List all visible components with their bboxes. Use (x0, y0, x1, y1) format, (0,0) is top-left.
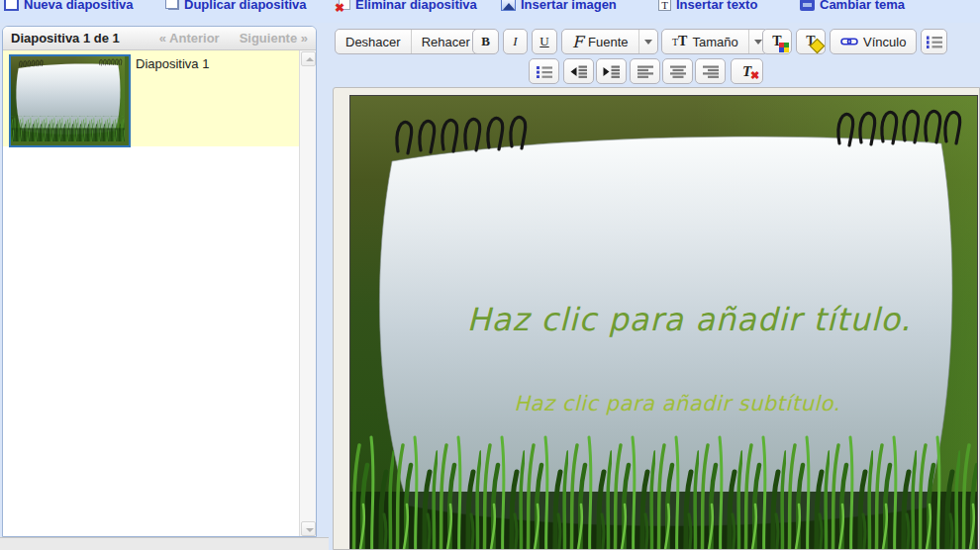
undo-redo-group: Deshacer Rehacer (335, 29, 481, 54)
remove-formatting-button[interactable]: T✖ (731, 58, 763, 84)
link-button-label: Vínculo (863, 35, 906, 49)
slide-subtitle-placeholder[interactable]: Haz clic para añadir subtítulo. (514, 392, 839, 415)
delete-slide-label: Eliminar diapositiva (355, 0, 477, 12)
duplicate-slide-label: Duplicar diapositiva (184, 0, 307, 12)
scroll-up-button[interactable] (301, 51, 316, 66)
caret-down-icon (644, 40, 652, 45)
slide-thumbnail[interactable] (9, 54, 131, 147)
slide-list-panel: Diapositiva 1 de 1 « Anterior Siguiente … (2, 26, 317, 537)
delete-slide-icon: ✖ (339, 0, 350, 10)
slide-title-placeholder[interactable]: Haz clic para añadir título. (466, 301, 911, 338)
align-center-button[interactable] (662, 58, 693, 84)
new-slide-label: Nueva diapositiva (24, 0, 134, 12)
font-dropdown-arrow[interactable] (638, 30, 657, 53)
chevron-up-icon (306, 57, 314, 61)
slide-list: Diapositiva 1 (3, 50, 316, 537)
bottom-strip (0, 537, 329, 550)
slide-list-scrollbar[interactable] (299, 50, 316, 537)
outdent-button[interactable] (563, 58, 594, 84)
align-right-button[interactable] (695, 58, 726, 84)
chevron-down-icon (306, 528, 314, 532)
size-dropdown-label: Tamaño (692, 35, 737, 49)
insert-image-icon (501, 0, 516, 11)
link-button[interactable]: Vínculo (830, 29, 917, 54)
slide-list-header: Diapositiva 1 de 1 « Anterior Siguiente … (3, 27, 316, 50)
numbered-list-button[interactable] (921, 29, 947, 54)
bullet-list-button[interactable] (529, 58, 559, 84)
slide-counter: Diapositiva 1 de 1 (11, 31, 120, 46)
redo-button[interactable]: Rehacer (411, 30, 480, 53)
text-color-button[interactable]: T (762, 29, 792, 54)
new-slide-icon (4, 0, 19, 11)
duplicate-slide-button[interactable]: Duplicar diapositiva (165, 0, 307, 12)
align-left-button[interactable] (630, 58, 660, 84)
insert-text-label: Insertar texto (676, 0, 757, 12)
previous-slide-button[interactable]: « Anterior (159, 31, 220, 46)
caret-down-icon (754, 40, 762, 45)
duplicate-slide-icon (168, 0, 179, 10)
align-center-icon (670, 65, 686, 78)
text-color-icon: T (772, 34, 781, 49)
slide-list-item-label: Diapositiva 1 (136, 56, 209, 71)
size-dropdown[interactable]: TT Tamaño (661, 29, 768, 54)
bold-button[interactable]: B (472, 29, 499, 54)
slide-list-item[interactable]: Diapositiva 1 (3, 50, 299, 146)
slide-canvas: Haz clic para añadir título. Haz clic pa… (333, 87, 980, 550)
new-slide-button[interactable]: Nueva diapositiva (4, 0, 134, 12)
font-dropdown-label: Fuente (588, 35, 628, 49)
outdent-icon (570, 65, 587, 78)
highlight-color-icon: T (806, 34, 815, 49)
bullet-list-icon (537, 65, 552, 78)
undo-button[interactable]: Deshacer (336, 30, 411, 53)
underline-button[interactable]: U (532, 29, 557, 54)
indent-button[interactable] (596, 58, 627, 84)
italic-button[interactable]: I (503, 29, 528, 54)
indent-icon (603, 65, 620, 78)
change-theme-icon (800, 0, 815, 11)
top-toolbar: Nueva diapositiva Duplicar diapositiva ✖… (0, 0, 980, 23)
highlight-color-button[interactable]: T (796, 29, 826, 54)
font-icon: F (572, 33, 583, 51)
font-size-icon: TT (672, 34, 687, 49)
change-theme-label: Cambiar tema (820, 0, 905, 12)
next-slide-button[interactable]: Siguiente » (240, 31, 308, 46)
remove-formatting-icon: T✖ (742, 63, 751, 80)
change-theme-button[interactable]: Cambiar tema (800, 0, 905, 12)
numbered-list-icon (927, 36, 942, 48)
link-icon (840, 37, 858, 46)
align-right-icon (703, 65, 719, 78)
insert-text-button[interactable]: T Insertar texto (658, 0, 757, 12)
scroll-down-button[interactable] (301, 521, 316, 536)
insert-text-icon: T (658, 0, 671, 11)
delete-slide-button[interactable]: ✖ Eliminar diapositiva (339, 0, 477, 12)
align-left-icon (637, 65, 653, 78)
slide-editor[interactable]: Haz clic para añadir título. Haz clic pa… (349, 95, 978, 550)
insert-image-button[interactable]: Insertar imagen (501, 0, 617, 12)
font-dropdown[interactable]: F Fuente (561, 29, 658, 54)
insert-image-label: Insertar imagen (521, 0, 617, 12)
